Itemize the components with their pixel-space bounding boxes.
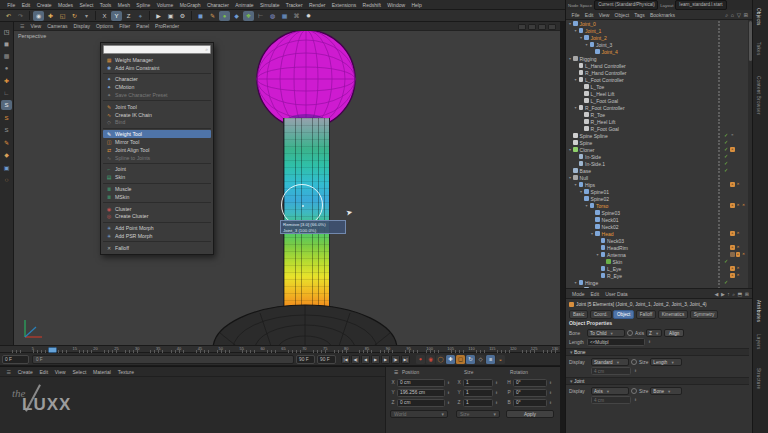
- om-menu-bookmarks[interactable]: Bookmarks: [647, 12, 677, 18]
- add-cube-icon[interactable]: ◼: [195, 11, 206, 21]
- am-menu-mode[interactable]: Mode: [569, 291, 588, 297]
- menu-item-weight-tool[interactable]: ✎Weight Tool: [103, 130, 211, 138]
- om-filter-icon[interactable]: ▽: [737, 12, 741, 19]
- tab-object[interactable]: Object: [613, 310, 634, 319]
- stepper-icon[interactable]: ⬍: [549, 401, 552, 405]
- am-search-icon[interactable]: ⌕: [732, 291, 735, 298]
- keyframe-presets-button[interactable]: ◒: [496, 355, 505, 364]
- rotation-p-field[interactable]: 0°: [513, 389, 547, 397]
- enabled-check-icon[interactable]: ✓: [724, 160, 728, 167]
- tree-row-hinge[interactable]: ▾Hinge✓: [566, 279, 749, 286]
- timeline-ruler[interactable]: 5101520253035404550556065707580859095100…: [0, 345, 560, 353]
- stepper-icon[interactable]: ⬍: [495, 391, 498, 395]
- coord-hamburger-icon[interactable]: ☰: [394, 370, 398, 375]
- bone-display-dropdown[interactable]: Standard▾: [591, 358, 629, 366]
- workplane-mode-icon[interactable]: ●: [1, 63, 12, 73]
- material-menu-create[interactable]: Create: [14, 369, 36, 375]
- goto-start-button[interactable]: |◀: [341, 355, 350, 364]
- menu-item-joint-tool[interactable]: ✎Joint Tool: [103, 103, 211, 111]
- enabled-check-icon[interactable]: ✓: [724, 153, 728, 160]
- menu-spline[interactable]: Spline: [133, 0, 153, 10]
- tree-row-joint-4[interactable]: Joint_4: [566, 48, 749, 55]
- menu-item-cluster[interactable]: ◉Cluster: [103, 205, 211, 213]
- tree-row-headrim[interactable]: HeadRim+✕: [566, 244, 749, 251]
- menu-item-skin[interactable]: ▤Skin: [103, 173, 211, 181]
- tree-row-spine01[interactable]: ▾Spine01: [566, 188, 749, 195]
- view-options-icon[interactable]: [548, 24, 556, 30]
- tree-row-joint-3[interactable]: ▾Joint_3: [566, 41, 749, 48]
- bone-dropdown[interactable]: To Child▾: [587, 329, 625, 337]
- expand-arrow-icon[interactable]: ▾: [575, 182, 579, 187]
- tree-row-spine02[interactable]: Spine02: [566, 195, 749, 202]
- xp-tag-icon[interactable]: +: [730, 231, 735, 236]
- x-tag-icon[interactable]: ✕: [736, 273, 741, 278]
- bone-lock-icon[interactable]: [627, 330, 633, 336]
- tree-row-torso[interactable]: ▾Torso+✕✕✕: [566, 202, 749, 209]
- menu-item-spline-to-joints[interactable]: ∿Spline to Joints: [103, 154, 211, 162]
- xp-tag-icon[interactable]: +: [730, 203, 735, 208]
- tree-row-r-hand-controller[interactable]: R_Hand Controller: [566, 69, 749, 76]
- rotation-b-field[interactable]: 0°: [513, 399, 547, 407]
- lock-y-icon[interactable]: Y: [111, 11, 122, 21]
- menu-item-bind[interactable]: ◇Bind: [103, 119, 211, 127]
- menu-item-falloff[interactable]: ✕Falloff: [103, 244, 211, 252]
- camera-icon[interactable]: ⌘: [291, 11, 302, 21]
- mesh-icon[interactable]: ▣: [1, 162, 12, 172]
- tree-row-neck02[interactable]: Neck02: [566, 223, 749, 230]
- menu-item-add-aim-constraint[interactable]: ✱Add Aim Constraint: [103, 64, 211, 72]
- tree-row-r-foot-goal[interactable]: R_Foot Goal: [566, 125, 749, 132]
- enabled-check-icon[interactable]: ✓: [724, 258, 728, 265]
- current-frame-field[interactable]: 0 F: [2, 355, 29, 364]
- record-parameter-toggle[interactable]: ◇: [476, 355, 485, 364]
- live-selection-icon[interactable]: ◉: [33, 11, 44, 21]
- menu-item-create-ik-chain[interactable]: ∿Create IK Chain: [103, 111, 211, 119]
- stepper-icon[interactable]: ⬍: [495, 381, 498, 385]
- menu-item-mirror-tool[interactable]: ◫Mirror Tool: [103, 138, 211, 146]
- menu-item-weight-manager[interactable]: ▦Weight Manager: [103, 56, 211, 64]
- am-menu-user-data[interactable]: User Data: [602, 291, 631, 297]
- x-tag-icon[interactable]: ✕: [736, 203, 741, 208]
- menu-tools[interactable]: Tools: [97, 0, 115, 10]
- xp-tag-icon[interactable]: +: [730, 245, 735, 250]
- tree-row-spine[interactable]: Spine✓: [566, 139, 749, 146]
- enabled-check-icon[interactable]: ✓: [724, 279, 728, 286]
- x-tag-icon[interactable]: ✕: [736, 245, 741, 250]
- viewport-menu-prorender[interactable]: ProRender: [152, 23, 182, 29]
- expand-arrow-icon[interactable]: ▾: [575, 280, 579, 285]
- tree-row-in-side-1[interactable]: In-Side.1✓: [566, 160, 749, 167]
- lock-z-icon[interactable]: Z: [123, 11, 134, 21]
- render-picture-viewer-icon[interactable]: ▣: [165, 11, 176, 21]
- tree-row-joint-1[interactable]: ▾Joint_1: [566, 27, 749, 34]
- menu-item-add-point-morph[interactable]: ✳Add Point Morph: [103, 224, 211, 232]
- expand-arrow-icon[interactable]: ▾: [586, 42, 590, 47]
- next-frame-button[interactable]: ▶: [381, 355, 390, 364]
- om-menu-edit[interactable]: Edit: [582, 12, 596, 18]
- texture-mode-icon[interactable]: ▩: [1, 51, 12, 61]
- bone-display-lock-icon[interactable]: [631, 359, 637, 365]
- rotate-icon[interactable]: ↻: [69, 11, 80, 21]
- light-icon[interactable]: ✹: [303, 11, 314, 21]
- expand-arrow-icon[interactable]: ▾: [575, 28, 579, 33]
- menu-window[interactable]: Window: [384, 0, 408, 10]
- xp-tag-icon[interactable]: +: [730, 273, 735, 278]
- make-editable-icon[interactable]: ◳: [1, 26, 12, 36]
- om-menu-object[interactable]: Object: [612, 12, 632, 18]
- record-active-objects-button[interactable]: ●: [416, 355, 425, 364]
- tree-row-l-foot-goal[interactable]: L_Foot Goal: [566, 97, 749, 104]
- material-menu-material[interactable]: Material: [90, 369, 115, 375]
- viewport-menu-display[interactable]: Display: [71, 23, 93, 29]
- single-view-icon[interactable]: [518, 24, 526, 30]
- snap-icon[interactable]: ◆: [1, 150, 12, 160]
- align-button[interactable]: Align: [664, 329, 684, 337]
- render-settings-icon[interactable]: ⚙: [177, 11, 188, 21]
- tree-row-antenna[interactable]: ▾Antenna+✕✕: [566, 251, 749, 258]
- menu-animate[interactable]: Animate: [232, 0, 257, 10]
- am-back-icon[interactable]: ◀: [715, 291, 719, 298]
- menu-item-create-cluster[interactable]: ◎Create Cluster: [103, 213, 211, 221]
- volume-icon[interactable]: ◍: [267, 11, 278, 21]
- menu-create[interactable]: Create: [33, 0, 54, 10]
- coord-size-mode-dropdown[interactable]: Size▾: [456, 410, 500, 418]
- document-end-field[interactable]: 90 F: [317, 355, 336, 364]
- side-tab-content-browser[interactable]: Content Browser: [756, 76, 761, 115]
- x-tag-icon[interactable]: ✕: [741, 203, 746, 208]
